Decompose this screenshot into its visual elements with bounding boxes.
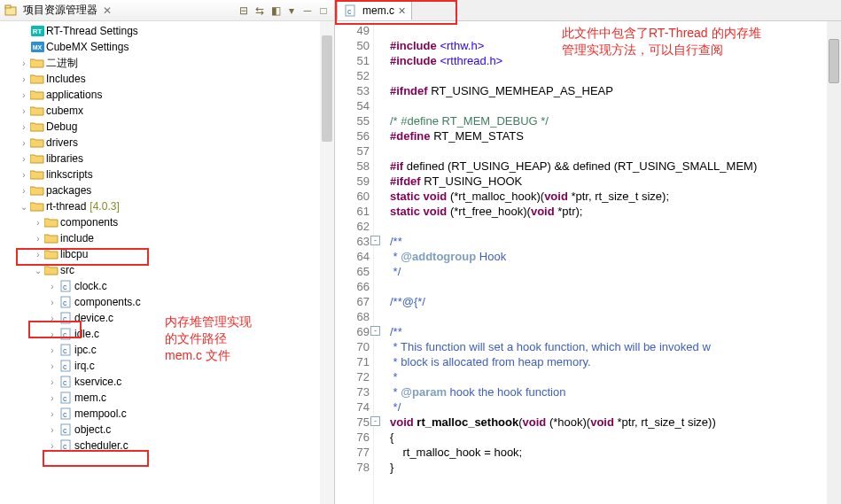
- tree-scrollbar[interactable]: [320, 21, 334, 504]
- tree-item-scheduler[interactable]: ›cscheduler.c: [0, 438, 334, 454]
- code-line[interactable]: }: [390, 460, 841, 475]
- tree-item-ipc[interactable]: ›cipc.c: [0, 342, 334, 358]
- twisty-icon[interactable]: ⌄: [18, 202, 30, 212]
- code-line[interactable]: rt_malloc_hook = hook;: [390, 445, 841, 460]
- tree-item-idle[interactable]: ›cidle.c: [0, 326, 334, 342]
- focus-icon[interactable]: ◧: [269, 4, 283, 18]
- code-line[interactable]: */: [390, 264, 841, 279]
- code-line[interactable]: #ifndef RT_USING_MEMHEAP_AS_HEAP: [390, 83, 841, 98]
- code-line[interactable]: * @param hook the hook function: [390, 384, 841, 399]
- twisty-icon[interactable]: ›: [18, 106, 30, 116]
- twisty-icon[interactable]: ›: [32, 234, 44, 244]
- tree-item-src[interactable]: ⌄src: [0, 262, 334, 278]
- twisty-icon[interactable]: ›: [46, 441, 58, 451]
- code-line[interactable]: /* #define RT_MEM_DEBUG */: [390, 113, 841, 128]
- tree-item-device[interactable]: ›cdevice.c: [0, 310, 334, 326]
- tree-item-includes[interactable]: ›Includes: [0, 71, 334, 87]
- tree-item-binary[interactable]: ›二进制: [0, 55, 334, 71]
- twisty-icon[interactable]: ›: [32, 250, 44, 260]
- twisty-icon[interactable]: ›: [46, 330, 58, 339]
- twisty-icon[interactable]: ›: [18, 122, 30, 132]
- code-line[interactable]: [390, 279, 841, 294]
- code-line[interactable]: /**: [390, 324, 841, 339]
- code-line[interactable]: [390, 68, 841, 83]
- tree-item-cubemx_settings[interactable]: MXCubeMX Settings: [0, 39, 334, 55]
- tree-item-rtthread[interactable]: ⌄rt-thread[4.0.3]: [0, 198, 334, 214]
- tree-item-cubemx[interactable]: ›cubemx: [0, 103, 334, 119]
- code-line[interactable]: #define RT_MEM_STATS: [390, 128, 841, 143]
- code-line[interactable]: #include <rtthread.h>: [390, 53, 841, 68]
- view-menu-icon[interactable]: ▾: [284, 4, 299, 18]
- tree-item-kservice[interactable]: ›ckservice.c: [0, 374, 334, 390]
- code-line[interactable]: /**: [390, 234, 841, 249]
- tree-item-packages[interactable]: ›packages: [0, 182, 334, 198]
- fold-toggle[interactable]: -: [370, 416, 380, 426]
- twisty-icon[interactable]: ›: [46, 409, 58, 419]
- twisty-icon[interactable]: ›: [46, 361, 58, 371]
- code-line[interactable]: {: [390, 430, 841, 445]
- twisty-icon[interactable]: ›: [46, 345, 58, 355]
- twisty-icon[interactable]: ›: [18, 90, 30, 100]
- code-line[interactable]: [390, 143, 841, 159]
- code-line[interactable]: static void (*rt_malloc_hook)(void *ptr,…: [390, 189, 841, 204]
- code-line[interactable]: [390, 309, 841, 324]
- tree-item-libcpu[interactable]: ›libcpu: [0, 246, 334, 262]
- twisty-icon[interactable]: ›: [32, 218, 44, 228]
- twisty-icon[interactable]: ⌄: [32, 266, 44, 275]
- code-line[interactable]: #if defined (RT_USING_HEAP) && defined (…: [390, 159, 841, 174]
- code-line[interactable]: * @addtogroup Hook: [390, 249, 841, 264]
- code-line[interactable]: /**@{*/: [390, 294, 841, 309]
- link-editor-icon[interactable]: ⇆: [253, 4, 267, 18]
- minimize-icon[interactable]: ─: [300, 4, 315, 18]
- tree-item-drivers[interactable]: ›drivers: [0, 135, 334, 151]
- code-line[interactable]: [390, 98, 841, 113]
- project-tree[interactable]: RTRT-Thread SettingsMXCubeMX Settings›二进…: [0, 21, 334, 504]
- twisty-icon[interactable]: ›: [18, 74, 30, 84]
- tab-close-icon[interactable]: ✕: [398, 5, 406, 17]
- tree-item-irq[interactable]: ›cirq.c: [0, 358, 334, 374]
- collapse-all-icon[interactable]: ⊟: [237, 4, 251, 18]
- tab-mem-c[interactable]: c mem.c ✕: [337, 1, 412, 20]
- code-line[interactable]: * This function will set a hook function…: [390, 339, 841, 354]
- tree-item-debug[interactable]: ›Debug: [0, 119, 334, 135]
- code-line[interactable]: #ifdef RT_USING_HOOK: [390, 174, 841, 189]
- twisty-icon[interactable]: ›: [18, 154, 30, 164]
- twisty-icon[interactable]: ›: [18, 170, 30, 180]
- code-line[interactable]: [390, 219, 841, 234]
- tree-item-applications[interactable]: ›applications: [0, 87, 334, 103]
- tree-item-libraries[interactable]: ›libraries: [0, 151, 334, 167]
- fold-toggle[interactable]: -: [370, 236, 380, 245]
- fold-toggle[interactable]: -: [370, 326, 380, 336]
- code-line[interactable]: *: [390, 369, 841, 384]
- twisty-icon[interactable]: ›: [18, 138, 30, 148]
- twisty-icon[interactable]: ›: [46, 314, 58, 323]
- code-editor[interactable]: 495051525354555657585960616263-646566676…: [335, 21, 841, 504]
- tree-item-linkscripts[interactable]: ›linkscripts: [0, 167, 334, 182]
- twisty-icon[interactable]: ›: [46, 393, 58, 403]
- tree-item-include[interactable]: ›include: [0, 230, 334, 246]
- tree-item-object[interactable]: ›cobject.c: [0, 422, 334, 438]
- twisty-icon[interactable]: ›: [18, 186, 30, 196]
- svg-text:c: c: [63, 330, 67, 339]
- twisty-icon[interactable]: ›: [46, 425, 58, 435]
- code-line[interactable]: */: [390, 399, 841, 415]
- tree-item-mempool[interactable]: ›cmempool.c: [0, 406, 334, 422]
- code-line[interactable]: * block is allocated from heap memory.: [390, 354, 841, 369]
- tree-item-componentsc[interactable]: ›ccomponents.c: [0, 294, 334, 310]
- twisty-icon[interactable]: ›: [46, 377, 58, 387]
- code-line[interactable]: void rt_malloc_sethook(void (*hook)(void…: [390, 415, 841, 430]
- editor-scrollbar[interactable]: [827, 21, 841, 504]
- code-line[interactable]: static void (*rt_free_hook)(void *ptr);: [390, 204, 841, 219]
- code-area[interactable]: #include <rthw.h>#include <rtthread.h>#i…: [386, 21, 841, 504]
- twisty-icon[interactable]: ›: [46, 298, 58, 307]
- code-line[interactable]: [390, 23, 841, 38]
- code-line[interactable]: #include <rthw.h>: [390, 38, 841, 53]
- tree-item-mem[interactable]: ›cmem.c: [0, 390, 334, 406]
- tree-item-rt_settings[interactable]: RTRT-Thread Settings: [0, 23, 334, 39]
- tree-item-clock[interactable]: ›cclock.c: [0, 278, 334, 294]
- maximize-icon[interactable]: □: [316, 4, 331, 18]
- close-icon[interactable]: ✕: [103, 4, 112, 17]
- twisty-icon[interactable]: ›: [18, 58, 30, 68]
- tree-item-components[interactable]: ›components: [0, 214, 334, 230]
- twisty-icon[interactable]: ›: [46, 282, 58, 291]
